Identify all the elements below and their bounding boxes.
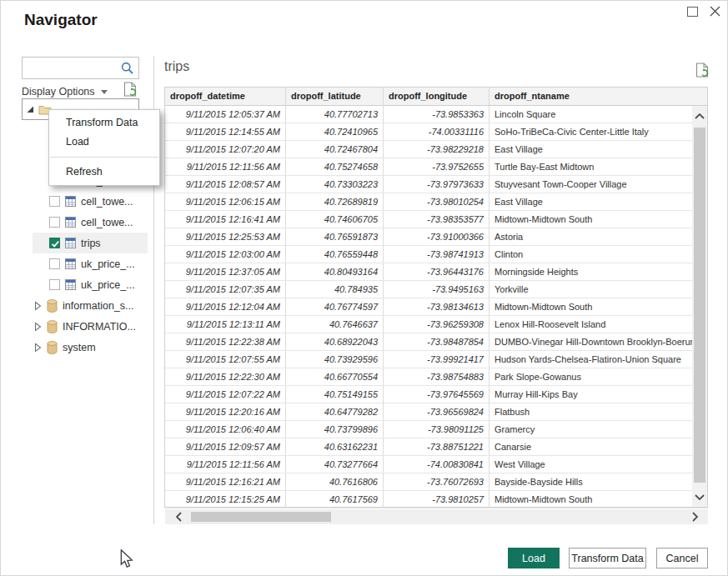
tree-item-table[interactable]: uk_price_... (33, 274, 148, 295)
table-row: 9/11/2015 12:12:04 AM40.76774597-73.9813… (165, 298, 707, 316)
checkbox[interactable] (49, 258, 60, 269)
grid-header-row: dropoff_datetimedropoff_latitudedropoff_… (165, 88, 707, 106)
scroll-right-button[interactable] (686, 509, 703, 524)
horizontal-scrollbar[interactable] (165, 509, 708, 524)
table-cell: -73.99921417 (384, 351, 490, 368)
close-button[interactable] (707, 3, 722, 18)
table-cell: 9/11/2015 12:20:16 AM (165, 403, 286, 420)
table-row: 9/11/2015 12:07:22 AM40.75149155-73.9764… (165, 386, 707, 403)
table-cell: 40.784935 (286, 281, 384, 298)
table-cell: 40.7646637 (286, 316, 384, 333)
table-cell: -73.9495163 (384, 281, 490, 298)
menu-divider (50, 157, 158, 158)
vertical-scrollbar[interactable] (692, 106, 707, 507)
checkbox[interactable] (49, 196, 60, 207)
vertical-scroll-thumb[interactable] (694, 128, 705, 483)
chevron-expanded-icon[interactable] (26, 105, 34, 113)
horizontal-scroll-thumb[interactable] (191, 512, 331, 522)
table-row: 9/11/2015 12:08:57 AM40.73303223-73.9797… (165, 176, 707, 193)
table-cell: 40.68922043 (286, 333, 384, 350)
table-cell: 9/11/2015 12:05:37 AM (165, 106, 286, 123)
table-cell: Hudson Yards-Chelsea-Flatiron-Union Squa… (490, 351, 707, 368)
table-cell: Lincoln Square (490, 106, 707, 123)
table-cell: 40.75274658 (286, 158, 384, 175)
cancel-button[interactable]: Cancel (656, 548, 708, 568)
tree-item-table[interactable]: uk_price_... (33, 253, 148, 274)
checkbox[interactable] (49, 217, 60, 228)
table-cell: 40.63162231 (286, 438, 384, 455)
table-cell: East Village (490, 141, 707, 158)
chevron-collapsed-icon[interactable] (34, 343, 43, 353)
column-header: dropoff_latitude (286, 88, 384, 105)
table-cell: -73.97973633 (384, 176, 490, 193)
table-cell: Lenox Hill-Roosevelt Island (490, 316, 707, 333)
table-cell: -73.96443176 (384, 263, 490, 280)
table-cell: 40.73277664 (286, 456, 384, 473)
tree-item-database[interactable]: INFORMATIO... (33, 316, 148, 337)
table-cell: 40.72689819 (286, 193, 384, 210)
tree-item-database[interactable]: system (33, 337, 148, 358)
chevron-collapsed-icon[interactable] (34, 301, 43, 311)
chevron-collapsed-icon[interactable] (34, 322, 43, 332)
tree-item-table[interactable]: cell_towe... (33, 191, 148, 212)
refresh-preview-icon[interactable] (123, 82, 138, 98)
table-cell: -74.00830841 (384, 456, 490, 473)
tree-item-label: cell_towe... (81, 217, 133, 228)
table-cell: 9/11/2015 12:16:41 AM (165, 211, 286, 228)
search-icon (120, 61, 135, 76)
checkbox[interactable] (49, 279, 60, 290)
table-cell: Stuyvesant Town-Cooper Village (490, 176, 707, 193)
table-cell: -73.98353577 (384, 211, 490, 228)
table-cell: 40.73799896 (286, 421, 384, 438)
table-cell: Canarsie (490, 438, 707, 455)
table-cell: Yorkville (490, 281, 707, 298)
maximize-button[interactable] (685, 4, 700, 19)
table-cell: 9/11/2015 12:22:38 AM (165, 333, 286, 350)
table-cell: West Village (490, 456, 707, 473)
table-cell: 40.72410965 (286, 123, 384, 140)
tree-item-database[interactable]: information_s... (33, 295, 148, 316)
menu-item[interactable]: Transform Data (49, 113, 159, 133)
table-cell: -73.98741913 (384, 246, 490, 263)
chevron-down-icon (101, 90, 108, 94)
table-cell: -74.00331116 (384, 123, 490, 140)
tree-item-label: uk_price_... (81, 279, 135, 291)
table-cell: 40.72467804 (286, 141, 384, 158)
tree-item-label: uk_price_... (81, 258, 135, 270)
table-row: 9/11/2015 12:03:00 AM40.76559448-73.9874… (165, 246, 707, 263)
tree-item-table[interactable]: cell_towe... (33, 212, 148, 233)
tree-item-table[interactable]: trips (33, 233, 148, 253)
table-row: 9/11/2015 12:05:37 AM40.77702713-73.9853… (165, 106, 707, 123)
menu-item[interactable]: Load (49, 133, 159, 152)
scroll-up-button[interactable] (692, 108, 707, 124)
table-cell: Bayside-Bayside Hills (490, 473, 707, 490)
table-cell: -73.98134613 (384, 298, 490, 315)
transform-data-button[interactable]: Transform Data (569, 548, 646, 568)
scroll-down-button[interactable] (692, 488, 707, 505)
table-cell: Turtle Bay-East Midtown (490, 158, 707, 175)
table-cell: 9/11/2015 12:12:04 AM (165, 298, 286, 315)
table-cell: DUMBO-Vinegar Hill-Downtown Brooklyn-Boe… (490, 333, 707, 350)
table-cell: -73.76072693 (384, 473, 490, 490)
table-row: 9/11/2015 12:14:55 AM40.72410965-74.0033… (165, 123, 707, 141)
table-cell: Gramercy (490, 421, 707, 438)
menu-item[interactable]: Refresh (49, 163, 159, 182)
table-cell: 9/11/2015 12:09:57 AM (165, 438, 286, 455)
load-button[interactable]: Load (508, 548, 560, 568)
scroll-left-button[interactable] (170, 509, 187, 524)
tree-item-label: cell_towe... (81, 196, 133, 208)
search-input[interactable] (23, 63, 120, 74)
check-icon (50, 238, 61, 249)
table-cell: -73.97645569 (384, 386, 490, 403)
table-cell: 40.80493164 (286, 263, 384, 280)
tree-item-label: INFORMATIO... (63, 321, 136, 333)
table-cell: 9/11/2015 12:07:35 AM (165, 281, 286, 298)
checkbox[interactable] (49, 238, 60, 248)
table-cell: 40.76591873 (286, 228, 384, 245)
refresh-preview-icon[interactable] (695, 63, 710, 79)
table-row: 9/11/2015 12:25:53 AM40.76591873-73.9100… (165, 228, 707, 246)
table-cell: Astoria (490, 228, 707, 245)
table-row: 9/11/2015 12:22:30 AM40.66770554-73.9875… (165, 368, 707, 386)
table-cell: 40.64779282 (286, 403, 384, 420)
table-cell: 40.76774597 (286, 298, 384, 315)
